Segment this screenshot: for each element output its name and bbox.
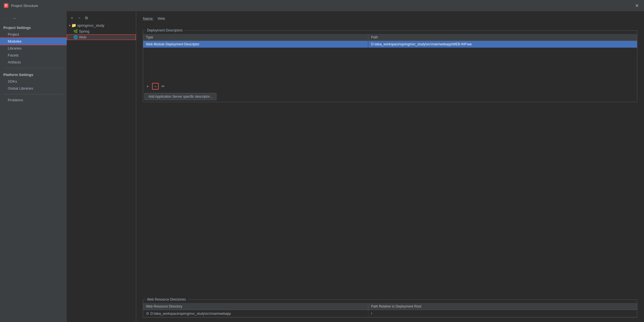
sidebar-divider — [3, 68, 63, 68]
name-value: Web — [156, 16, 167, 21]
tree-toolbar: + − ⧉ — [67, 13, 136, 22]
nav-forward-button[interactable]: → — [11, 16, 17, 21]
tree-chevron-icon: ▾ — [69, 24, 70, 27]
app-icon: P — [3, 3, 9, 8]
close-button[interactable]: ✕ — [633, 2, 641, 9]
sidebar-item-global-libraries[interactable]: Global Libraries — [0, 85, 67, 92]
wr-table-header: Web Resource Directory Path Relative to … — [143, 303, 637, 310]
sidebar: ← → Project Settings Project Modules Lib… — [0, 11, 67, 322]
sidebar-divider-2 — [3, 94, 63, 94]
sidebar-item-sdks[interactable]: SDKs — [0, 78, 67, 85]
web-resource-section-label: Web Resource Directories — [145, 298, 188, 301]
deployment-table-empty — [143, 48, 637, 81]
title-bar: P Project Structure ✕ — [0, 0, 644, 11]
tree-add-button[interactable]: + — [69, 15, 75, 21]
sidebar-item-project[interactable]: Project — [0, 31, 67, 38]
tree-spring-item[interactable]: 🌿 Spring — [67, 28, 136, 34]
sidebar-item-facets[interactable]: Facets — [0, 52, 67, 59]
deployment-section-label: Deployment Descriptors — [145, 28, 184, 32]
webapp-icon: ⚙ — [146, 311, 149, 316]
sidebar-item-modules[interactable]: Modules — [0, 38, 67, 45]
sidebar-item-artifacts[interactable]: Artifacts — [0, 59, 67, 66]
nav-back-button[interactable]: ← — [3, 16, 9, 21]
project-structure-window: P Project Structure ✕ ← → Project Settin… — [0, 0, 644, 322]
web-resource-section: Web Resource Directories Web Resource Di… — [143, 299, 637, 318]
deployment-remove-button[interactable]: − — [152, 83, 159, 90]
add-server-descriptor-button[interactable]: Add Application Server specific descript… — [144, 93, 217, 100]
tree-root-item[interactable]: ▾ 📁 springmvc_study — [67, 22, 136, 28]
tree-spring-label: Spring — [79, 29, 89, 33]
wr-table-row[interactable]: ⚙ D:\idea_workspace\springmvc_study\src\… — [143, 310, 637, 317]
platform-settings-header: Platform Settings — [0, 70, 67, 78]
name-row: Name: Web — [143, 16, 637, 21]
folder-icon: 📁 — [71, 23, 76, 28]
tree-remove-button[interactable]: − — [76, 15, 82, 21]
deployment-path-cell: D:\idea_workspace\springmvc_study\src\ma… — [368, 41, 637, 48]
add-server-btn-container: Add Application Server specific descript… — [143, 91, 637, 102]
nav-row: ← → — [0, 13, 67, 23]
tree-web-label: Web — [79, 35, 86, 39]
vertical-spacer — [143, 107, 637, 291]
type-column-header: Type — [143, 34, 368, 41]
deployment-action-toolbar: + − ✏ — [143, 81, 637, 91]
web-resource-table-body: Web Resource Directory Path Relative to … — [143, 303, 637, 317]
deployment-table-header: Type Path — [143, 34, 637, 41]
sidebar-item-problems[interactable]: Problems — [0, 97, 67, 104]
window-title: Project Structure — [11, 4, 633, 8]
detail-panel: Name: Web Deployment Descriptors Type Pa… — [136, 11, 644, 322]
wr-relative-path-cell: / — [368, 310, 637, 317]
tree-web-item[interactable]: 🌐 Web — [67, 34, 136, 40]
tree-panel: + − ⧉ ▾ 📁 springmvc_study 🌿 Spring 🌐 Web — [67, 11, 136, 322]
deployment-edit-button[interactable]: ✏ — [160, 83, 166, 90]
web-icon: 🌐 — [73, 35, 78, 39]
tree-copy-button[interactable]: ⧉ — [83, 15, 89, 21]
deployment-table-body: Type Path Web Module Deployment Descript… — [143, 34, 637, 81]
tree-root-label: springmvc_study — [77, 23, 105, 28]
path-column-header: Path — [368, 34, 637, 41]
deployment-descriptors-section: Deployment Descriptors Type Path Web Mod… — [143, 30, 637, 102]
deployment-table-row[interactable]: Web Module Deployment Descriptor D:\idea… — [143, 41, 637, 48]
sidebar-item-libraries[interactable]: Libraries — [0, 45, 67, 52]
deployment-type-cell: Web Module Deployment Descriptor — [143, 41, 368, 48]
name-label: Name: — [143, 16, 153, 21]
deployment-add-button[interactable]: + — [144, 83, 151, 90]
main-content: ← → Project Settings Project Modules Lib… — [0, 11, 644, 322]
spring-icon: 🌿 — [73, 29, 78, 33]
wr-directory-cell: ⚙ D:\idea_workspace\springmvc_study\src\… — [143, 310, 368, 317]
project-settings-header: Project Settings — [0, 23, 67, 31]
wr-relative-path-column-header: Path Relative to Deployment Root — [368, 303, 637, 310]
wr-directory-column-header: Web Resource Directory — [143, 303, 368, 310]
svg-text:P: P — [5, 4, 7, 7]
